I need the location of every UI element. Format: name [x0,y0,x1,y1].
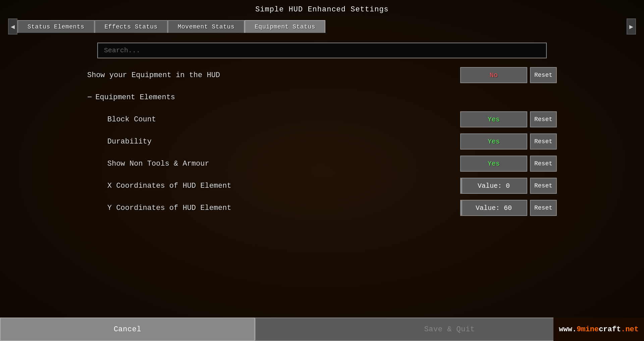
durability-control: Yes Reset [460,133,557,150]
y-slider-fill [461,201,462,215]
tab-equipment-status[interactable]: Equipment Status [245,20,325,33]
page-title: Simple HUD Enhanced Settings [0,0,644,17]
y-coordinates-value: Value: 60 [461,204,527,212]
bottom-bar: Cancel Save & Quit www.9minecraft.net [0,318,644,341]
show-equipment-toggle[interactable]: No [460,67,527,83]
show-non-tools-control: Yes Reset [460,156,557,172]
y-coordinates-control: Value: 60 Reset [460,200,557,216]
setting-row-section-header: − Equipment Elements [87,87,557,107]
watermark-net: .net [621,325,639,334]
y-coordinates-label: Y Coordinates of HUD Element [87,204,460,212]
setting-row-show-non-tools: Show Non Tools & Armour Yes Reset [87,154,557,174]
show-equipment-reset[interactable]: Reset [530,67,557,83]
block-count-label: Block Count [87,115,460,124]
search-input[interactable] [97,43,547,58]
block-count-reset[interactable]: Reset [530,111,557,127]
tab-movement-status[interactable]: Movement Status [168,20,245,33]
x-coordinates-control: Value: 0 Reset [460,178,557,194]
block-count-control: Yes Reset [460,111,557,127]
setting-row-durability: Durability Yes Reset [87,131,557,152]
watermark-craft: craft [599,325,621,334]
cancel-button[interactable]: Cancel [0,318,255,341]
tabs-container: Status Elements Effects Status Movement … [17,20,636,33]
show-non-tools-label: Show Non Tools & Armour [87,160,460,168]
show-non-tools-toggle[interactable]: Yes [460,156,527,172]
durability-label: Durability [87,137,460,146]
search-container [20,43,624,58]
tab-navigation: ◀ Status Elements Effects Status Movemen… [0,17,644,36]
block-count-toggle[interactable]: Yes [460,111,527,127]
equipment-elements-header: Equipment Elements [95,93,557,102]
tab-effects-status[interactable]: Effects Status [95,20,168,33]
nav-arrow-left[interactable]: ◀ [8,18,17,35]
watermark-mine: mine [581,325,599,334]
setting-row-x-coordinates: X Coordinates of HUD Element Value: 0 Re… [87,176,557,196]
main-content: Show your Equipment in the HUD No Reset … [0,36,644,318]
show-non-tools-reset[interactable]: Reset [530,156,557,172]
nav-arrow-right[interactable]: ▶ [627,18,636,35]
x-coordinates-reset[interactable]: Reset [530,178,557,194]
durability-toggle[interactable]: Yes [460,133,527,150]
show-equipment-label: Show your Equipment in the HUD [87,71,460,79]
setting-row-show-equipment: Show your Equipment in the HUD No Reset [87,65,557,85]
y-coordinates-value-control[interactable]: Value: 60 [460,200,527,216]
watermark-9: 9 [577,325,581,334]
x-coordinates-value: Value: 0 [461,182,527,190]
watermark-www: www. [559,325,577,334]
show-equipment-control: No Reset [460,67,557,83]
settings-list: Show your Equipment in the HUD No Reset … [87,65,557,218]
section-collapse-icon[interactable]: − [87,93,92,102]
x-slider-fill [461,178,462,193]
main-container: Simple HUD Enhanced Settings ◀ Status El… [0,0,644,341]
setting-row-y-coordinates: Y Coordinates of HUD Element Value: 60 R… [87,198,557,218]
x-coordinates-label: X Coordinates of HUD Element [87,182,460,190]
x-coordinates-value-control[interactable]: Value: 0 [460,178,527,194]
watermark-text: www.9minecraft.net [559,325,639,334]
setting-row-block-count: Block Count Yes Reset [87,109,557,129]
durability-reset[interactable]: Reset [530,133,557,150]
watermark: www.9minecraft.net [553,318,644,341]
tab-status-elements[interactable]: Status Elements [17,20,95,33]
y-coordinates-reset[interactable]: Reset [530,200,557,216]
